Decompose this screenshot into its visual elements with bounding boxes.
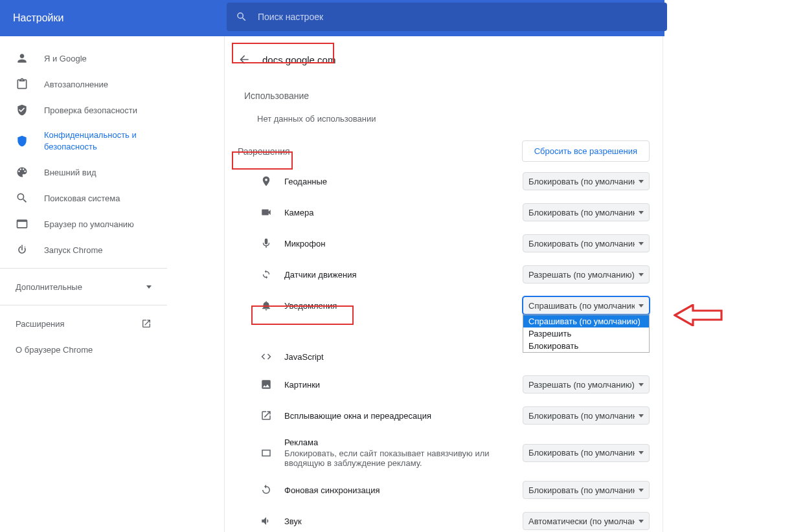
open-in-new-icon: [141, 318, 152, 329]
permission-select-camera[interactable]: Блокировать (по умолчанию): [523, 203, 650, 221]
browser-icon: [16, 217, 28, 230]
sidebar-extensions[interactable]: Расширения: [0, 311, 167, 337]
microphone-icon: [257, 238, 275, 249]
permission-select-location[interactable]: Блокировать (по умолчанию): [523, 172, 650, 190]
permission-label: Всплывающие окна и переадресация: [275, 411, 523, 421]
sidebar-item-privacy[interactable]: Конфиденциальность и безопасность: [0, 123, 167, 159]
app-header: Настройки: [0, 0, 664, 36]
dropdown-option[interactable]: Разрешить: [523, 327, 649, 340]
chevron-down-icon: [146, 285, 152, 289]
location-icon: [257, 175, 275, 187]
sidebar-item-autofill[interactable]: Автозаполнение: [0, 71, 167, 97]
site-name: docs.google.com: [262, 54, 335, 65]
code-icon: [257, 351, 275, 362]
search-icon: [236, 11, 247, 23]
dropdown-option[interactable]: Спрашивать (по умолчанию): [523, 315, 649, 327]
permission-row-background-sync: Фоновая синхронизация Блокировать (по ум…: [225, 474, 663, 505]
chevron-down-icon: [639, 242, 644, 245]
chevron-down-icon: [639, 273, 644, 276]
sidebar-about-label: О браузере Chrome: [16, 345, 93, 355]
permission-label: Геоданные: [275, 177, 523, 186]
sidebar-item-default-browser[interactable]: Браузер по умолчанию: [0, 211, 167, 237]
permission-row-camera: Камера Блокировать (по умолчанию): [225, 197, 663, 228]
ads-icon: [257, 447, 275, 459]
permission-select-popups[interactable]: Блокировать (по умолчанию): [523, 406, 650, 425]
chevron-down-icon: [639, 304, 644, 307]
permission-row-images: Картинки Разрешать (по умолчанию): [225, 369, 663, 400]
permission-row-location: Геоданные Блокировать (по умолчанию): [225, 166, 663, 197]
permission-dropdown-notifications[interactable]: Спрашивать (по умолчанию) Разрешить Блок…: [523, 315, 650, 353]
settings-title: Настройки: [13, 12, 63, 24]
sidebar-advanced-toggle[interactable]: Дополнительные: [0, 274, 167, 300]
sidebar-item-you-and-google[interactable]: Я и Google: [0, 45, 167, 71]
permission-select-sound[interactable]: Автоматически (по умолчанию): [523, 512, 650, 530]
palette-icon: [16, 166, 28, 179]
back-button[interactable]: [232, 48, 256, 71]
permission-label: Микрофон: [275, 239, 523, 249]
permission-label: Реклама Блокировать, если сайт показывае…: [275, 438, 523, 468]
permission-row-microphone: Микрофон Блокировать (по умолчанию): [225, 228, 663, 259]
shield-icon: [16, 135, 28, 148]
image-icon: [257, 379, 275, 390]
sidebar-item-label: Автозаполнение: [44, 80, 108, 89]
permission-label: Камера: [275, 208, 523, 217]
person-icon: [16, 52, 28, 65]
permission-label: Фоновая синхронизация: [275, 485, 523, 495]
separator: [0, 305, 167, 305]
permission-select-notifications[interactable]: Спрашивать (по умолчанию): [523, 296, 650, 315]
permission-row-notifications: Уведомления Спрашивать (по умолчанию) Сп…: [225, 290, 663, 321]
main-panel: docs.google.com Использование Нет данных…: [167, 36, 664, 532]
permissions-section-title: Разрешения: [238, 146, 290, 157]
shield-check-icon: [16, 104, 28, 116]
permission-row-ads: Реклама Блокировать, если сайт показывае…: [225, 431, 663, 474]
sound-icon: [257, 515, 275, 527]
power-icon: [16, 243, 28, 256]
permission-label: Звук: [275, 516, 523, 526]
separator: [0, 268, 167, 269]
chevron-down-icon: [639, 211, 644, 214]
chevron-down-icon: [639, 383, 644, 386]
permission-select-background-sync[interactable]: Блокировать (по умолчанию): [523, 481, 650, 499]
sidebar-item-label: Запуск Chrome: [44, 245, 103, 255]
permission-select-ads[interactable]: Блокировать (по умолчанию): [523, 444, 650, 462]
chevron-down-icon: [639, 414, 644, 417]
magnifier-icon: [16, 192, 28, 205]
sidebar-item-label: Браузер по умолчанию: [44, 219, 134, 229]
sidebar-item-search-engine[interactable]: Поисковая система: [0, 185, 167, 211]
sidebar-item-safety-check[interactable]: Проверка безопасности: [0, 97, 167, 123]
chevron-down-icon: [639, 451, 644, 454]
usage-empty-text: Нет данных об использовании: [225, 107, 663, 137]
sidebar-extensions-label: Расширения: [16, 319, 65, 329]
reset-permissions-button[interactable]: Сбросить все разрешения: [522, 140, 650, 162]
arrow-left-icon: [238, 53, 251, 66]
sidebar-item-appearance[interactable]: Внешний вид: [0, 159, 167, 185]
permission-select-images[interactable]: Разрешать (по умолчанию): [523, 375, 650, 393]
sidebar-about[interactable]: О браузере Chrome: [0, 337, 167, 362]
chevron-down-icon: [639, 520, 644, 523]
permission-select-motion[interactable]: Разрешать (по умолчанию): [523, 265, 650, 283]
permission-label: Картинки: [275, 380, 523, 390]
permission-label: Датчики движения: [275, 270, 523, 280]
bell-icon: [257, 300, 275, 311]
sidebar-advanced-label: Дополнительные: [16, 282, 82, 292]
sidebar-item-label: Проверка безопасности: [44, 105, 137, 115]
search-input[interactable]: [247, 11, 658, 23]
sidebar-item-label: Я и Google: [44, 54, 87, 63]
permission-select-microphone[interactable]: Блокировать (по умолчанию): [523, 234, 650, 252]
search-box[interactable]: [227, 3, 667, 31]
chevron-down-icon: [639, 180, 644, 183]
dropdown-option[interactable]: Блокировать: [523, 340, 649, 352]
permission-row-sound: Звук Автоматически (по умолчанию): [225, 505, 663, 532]
sidebar-item-label: Внешний вид: [44, 168, 96, 177]
permission-label: Уведомления: [275, 301, 523, 311]
sync-icon: [257, 484, 275, 496]
annotation-arrow-left-icon: [674, 304, 723, 326]
permission-row-motion: Датчики движения Разрешать (по умолчанию…: [225, 259, 663, 290]
permission-label: JavaScript: [275, 352, 650, 362]
motion-icon: [257, 269, 275, 280]
permission-row-popups: Всплывающие окна и переадресация Блокиро…: [225, 400, 663, 431]
clipboard-icon: [16, 78, 28, 91]
sidebar: Я и Google Автозаполнение Проверка безоп…: [0, 36, 167, 532]
chevron-down-icon: [639, 489, 644, 492]
sidebar-item-on-startup[interactable]: Запуск Chrome: [0, 237, 167, 263]
